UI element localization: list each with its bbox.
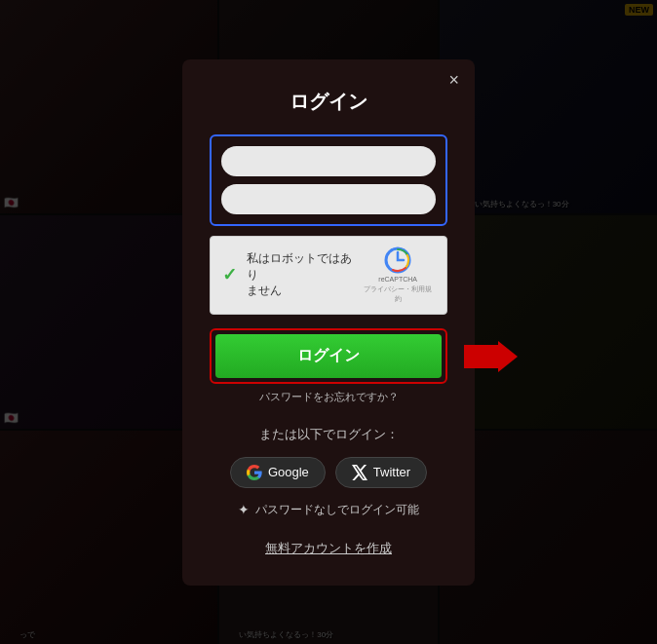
- google-icon: [247, 465, 262, 480]
- close-button[interactable]: ×: [448, 71, 459, 89]
- login-modal: × ログイン ✓ 私はロボットではありません reCAPTCHA プライバシー・…: [182, 59, 475, 586]
- x-twitter-icon: [352, 465, 367, 480]
- passwordless-row[interactable]: ✦ パスワードなしでログイン可能: [238, 502, 419, 518]
- username-input[interactable]: [221, 146, 436, 176]
- passwordless-label: パスワードなしでログイン可能: [255, 502, 419, 518]
- google-label: Google: [268, 465, 309, 479]
- google-login-button[interactable]: Google: [230, 457, 326, 488]
- recaptcha-label-text: reCAPTCHA: [378, 276, 417, 283]
- recaptcha-checkmark: ✓: [222, 264, 237, 285]
- recaptcha-links: プライバシー・利用規約: [361, 284, 435, 304]
- or-text: または以下でログイン：: [259, 426, 399, 443]
- recaptcha-left: ✓ 私はロボットではありません: [222, 250, 361, 299]
- recaptcha-text: 私はロボットではありません: [247, 250, 361, 299]
- modal-title: ログイン: [290, 89, 367, 115]
- login-btn-area: ログイン: [210, 328, 447, 390]
- twitter-label: Twitter: [373, 465, 410, 479]
- recaptcha-box[interactable]: ✓ 私はロボットではありません reCAPTCHA プライバシー・利用規約: [210, 236, 447, 315]
- input-group-box: [210, 134, 447, 226]
- recaptcha-right: reCAPTCHA プライバシー・利用規約: [361, 246, 435, 304]
- password-input[interactable]: [221, 184, 436, 214]
- recaptcha-logo-icon: [384, 246, 411, 274]
- twitter-login-button[interactable]: Twitter: [335, 457, 427, 488]
- sparkle-icon: ✦: [238, 502, 250, 517]
- create-account-link[interactable]: 無料アカウントを作成: [265, 540, 392, 557]
- social-buttons: Google Twitter: [210, 457, 447, 488]
- forgot-password-link[interactable]: パスワードをお忘れですか？: [259, 390, 399, 404]
- login-button[interactable]: ログイン: [215, 334, 442, 378]
- login-btn-wrapper: ログイン: [210, 328, 447, 384]
